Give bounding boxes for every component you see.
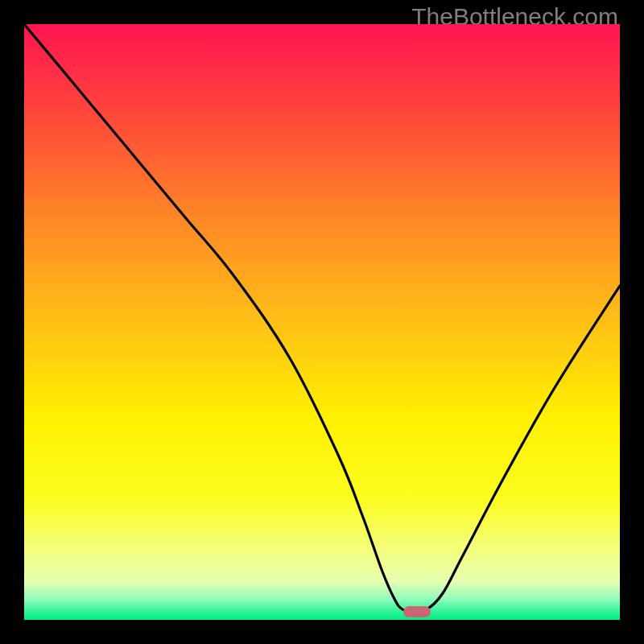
chart-svg	[24, 24, 620, 620]
plot-area	[24, 24, 620, 620]
chart-frame: TheBottleneck.com	[0, 0, 644, 644]
gradient-background	[24, 24, 620, 620]
optimum-marker	[403, 606, 431, 617]
